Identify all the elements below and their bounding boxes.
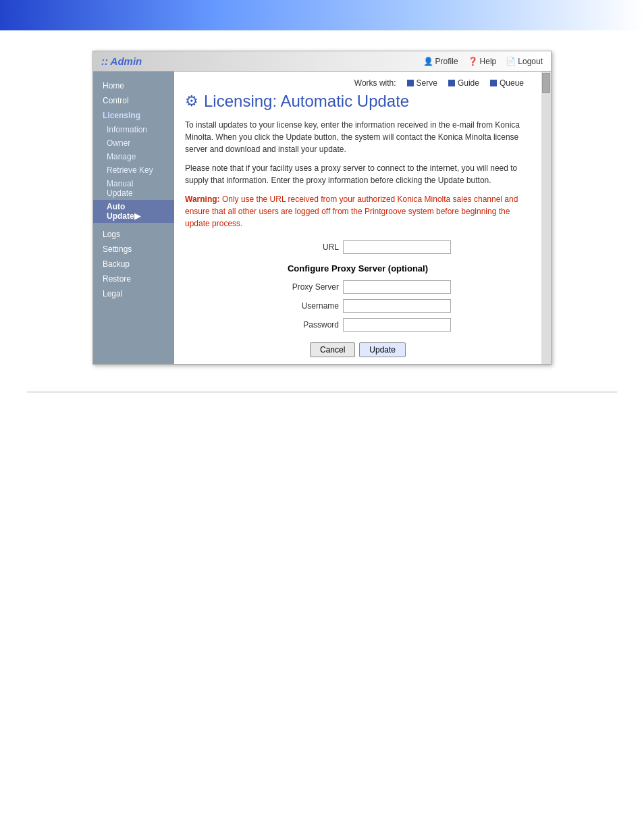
sidebar-item-settings[interactable]: Settings [93, 242, 174, 257]
url-row: URL [185, 240, 531, 254]
profile-link[interactable]: 👤 Profile [423, 57, 458, 66]
sidebar: Home Control Licensing Information Owner… [93, 72, 174, 364]
proxy-section-header: Configure Proxy Server (optional) [185, 263, 531, 273]
url-label: URL [265, 242, 339, 252]
help-icon: ❓ [468, 57, 478, 66]
scrollbar-thumb[interactable] [542, 73, 550, 93]
queue-icon [490, 80, 497, 86]
buttons-row: Cancel Update [185, 342, 531, 357]
warning-label: Warning: [185, 194, 220, 204]
page-title: ⚙ Licensing: Automatic Update [185, 92, 531, 111]
warning-message: Only use the URL received from your auth… [185, 194, 518, 228]
content-area: Works with: Serve Guide Queue [174, 72, 541, 364]
person-icon: 👤 [423, 57, 433, 66]
proxy-server-label: Proxy Server [265, 282, 339, 292]
page-wrapper: :: Admin 👤 Profile ❓ Help 📄 Logout [0, 30, 644, 413]
url-input[interactable] [343, 240, 451, 254]
admin-titlebar: :: Admin 👤 Profile ❓ Help 📄 Logout [93, 51, 551, 72]
username-label: Username [265, 301, 339, 311]
sidebar-item-restore[interactable]: Restore [93, 271, 174, 286]
guide-icon [448, 80, 455, 86]
admin-nav-links: 👤 Profile ❓ Help 📄 Logout [423, 57, 543, 66]
sidebar-sub-manage[interactable]: Manage [93, 150, 174, 163]
form-area: URL Configure Proxy Server (optional) Pr… [185, 240, 531, 357]
top-gradient-bar [0, 0, 644, 30]
sidebar-sub-owner[interactable]: Owner [93, 136, 174, 150]
description-2: Please note that if your facility uses a… [185, 162, 531, 186]
sidebar-sub-manual-update[interactable]: Manual Update [93, 177, 174, 200]
admin-body: Home Control Licensing Information Owner… [93, 72, 551, 364]
works-with-serve: Serve [407, 78, 437, 88]
update-button[interactable]: Update [359, 342, 406, 357]
works-with-queue: Queue [490, 78, 524, 88]
proxy-server-row: Proxy Server [185, 280, 531, 294]
page-footer-line [27, 392, 617, 392]
username-row: Username [185, 299, 531, 313]
sidebar-item-logs[interactable]: Logs [93, 227, 174, 242]
sidebar-item-home[interactable]: Home [93, 78, 174, 93]
sidebar-item-licensing[interactable]: Licensing [93, 108, 174, 123]
password-label: Password [265, 320, 339, 330]
gear-icon: ⚙ [185, 93, 198, 110]
works-with-label: Works with: [354, 78, 396, 88]
proxy-server-input[interactable] [343, 280, 451, 294]
description-1: To install updates to your license key, … [185, 119, 531, 155]
sidebar-item-control[interactable]: Control [93, 93, 174, 108]
help-link[interactable]: ❓ Help [468, 57, 497, 66]
logout-link[interactable]: 📄 Logout [506, 57, 543, 66]
password-input[interactable] [343, 318, 451, 332]
scrollbar-track[interactable] [541, 72, 551, 364]
sidebar-sub-information[interactable]: Information [93, 123, 174, 136]
username-input[interactable] [343, 299, 451, 313]
sidebar-sub-retrieve-key[interactable]: Retrieve Key [93, 163, 174, 177]
warning-text: Warning: Only use the URL received from … [185, 193, 531, 230]
admin-title: :: Admin [101, 55, 142, 67]
works-with-bar: Works with: Serve Guide Queue [185, 78, 531, 88]
logout-icon: 📄 [506, 57, 516, 66]
admin-window: :: Admin 👤 Profile ❓ Help 📄 Logout [92, 51, 552, 365]
password-row: Password [185, 318, 531, 332]
serve-icon [407, 80, 414, 86]
sidebar-item-backup[interactable]: Backup [93, 257, 174, 271]
sidebar-sub-auto-update[interactable]: Auto Update▶ [93, 200, 174, 223]
works-with-guide: Guide [448, 78, 479, 88]
sidebar-item-legal[interactable]: Legal [93, 286, 174, 301]
cancel-button[interactable]: Cancel [310, 342, 355, 357]
